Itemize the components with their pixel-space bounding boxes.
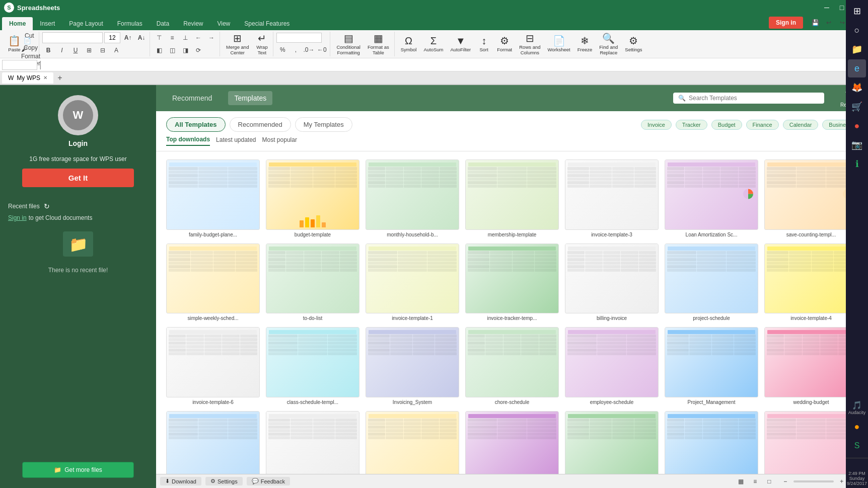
text-dir-button[interactable]: ⟳: [192, 45, 204, 56]
font-size-input[interactable]: [104, 32, 120, 43]
freeze-button[interactable]: ❄ Freeze: [574, 33, 596, 56]
template-item[interactable]: project-schedule: [665, 243, 758, 321]
cat-tracker[interactable]: Tracker: [676, 120, 707, 130]
template-item[interactable]: invoice-tracker-temp...: [465, 243, 559, 321]
win-store-icon[interactable]: 🛒: [848, 98, 866, 116]
cat-budget[interactable]: Budget: [711, 120, 742, 130]
tab-review[interactable]: Review: [176, 17, 210, 30]
underline-button[interactable]: U: [69, 45, 82, 56]
toolbar-icon-2[interactable]: ↩: [823, 17, 835, 28]
feedback-button[interactable]: 💬 Feedback: [247, 477, 290, 485]
search-input[interactable]: [689, 95, 819, 102]
win-circle-icon[interactable]: ●: [848, 117, 866, 135]
align-center-button[interactable]: ◫: [166, 45, 178, 56]
template-item[interactable]: billing-invoice: [565, 243, 659, 321]
win-search-icon[interactable]: ○: [848, 21, 866, 39]
align-right-button[interactable]: ◨: [179, 45, 191, 56]
merge-center-button[interactable]: ⊞ Merge andCenter: [223, 33, 252, 56]
font-increase-button[interactable]: A↑: [122, 32, 134, 43]
format-as-table-button[interactable]: ▦ Format asTable: [365, 33, 392, 56]
template-item[interactable]: template-row4-7: [764, 411, 858, 474]
sheet-tab-mywps[interactable]: W My WPS ✕: [2, 72, 53, 84]
indent-dec-button[interactable]: ←: [192, 32, 204, 43]
cat-invoice[interactable]: Invoice: [641, 120, 672, 130]
cat-finance[interactable]: Finance: [746, 120, 779, 130]
conditional-formatting-button[interactable]: ▤ ConditionalFormatting: [333, 33, 364, 56]
template-item[interactable]: class-schedule-templ...: [266, 327, 359, 405]
align-middle-button[interactable]: ≡: [166, 32, 178, 43]
template-item[interactable]: invoice-template-6: [166, 327, 260, 405]
dec-decrease-button[interactable]: ←0: [316, 44, 328, 55]
template-item[interactable]: Invoicing_System: [366, 327, 459, 405]
align-top-button[interactable]: ⊤: [153, 32, 165, 43]
format-button[interactable]: ⚙ Format: [494, 33, 515, 56]
signin-button[interactable]: Sign in: [769, 17, 803, 29]
dec-increase-button[interactable]: .0→: [303, 44, 315, 55]
tab-close-icon[interactable]: ✕: [43, 75, 47, 80]
win-info-icon[interactable]: ℹ: [848, 155, 866, 173]
template-item[interactable]: template-row4-4: [465, 411, 559, 474]
template-item[interactable]: wedding-budget: [764, 327, 858, 405]
template-item[interactable]: Loan Amortization Sc...: [665, 159, 758, 237]
align-left-button[interactable]: ◧: [153, 45, 165, 56]
template-item[interactable]: template-row4-3: [366, 411, 459, 474]
autosum-button[interactable]: Σ AutoSum: [420, 33, 446, 56]
template-item[interactable]: membership-template: [465, 159, 559, 237]
settings-status-button[interactable]: ⚙ Settings: [205, 477, 243, 485]
tab-formulas[interactable]: Formulas: [110, 17, 150, 30]
percent-button[interactable]: %: [276, 44, 288, 55]
comma-button[interactable]: ,: [290, 44, 302, 55]
view-list-button[interactable]: ≡: [749, 476, 761, 487]
template-item[interactable]: monthly-household-b...: [366, 159, 459, 237]
sign-in-link[interactable]: Sign in: [8, 214, 27, 221]
zoom-slider[interactable]: [793, 480, 834, 482]
tab-view[interactable]: View: [210, 17, 237, 30]
border-button[interactable]: ⊞: [83, 45, 95, 56]
wrap-text-button[interactable]: ↵ WrapText: [253, 33, 271, 56]
cell-ref-input[interactable]: [2, 60, 37, 70]
filter-recommended[interactable]: Recommended: [230, 117, 291, 132]
worksheet-button[interactable]: 📄 Worksheet: [545, 33, 573, 56]
tab-data[interactable]: Data: [150, 17, 176, 30]
template-item[interactable]: template-row4-6: [665, 411, 758, 474]
filter-all-templates[interactable]: All Templates: [166, 117, 226, 132]
zoom-out-button[interactable]: −: [779, 476, 791, 487]
indent-inc-button[interactable]: →: [205, 32, 218, 43]
toolbar-icon-1[interactable]: 💾: [809, 17, 821, 28]
template-item[interactable]: invoice-template-4: [764, 243, 858, 321]
add-sheet-button[interactable]: +: [54, 72, 65, 84]
template-item[interactable]: template-row4-2: [266, 411, 359, 474]
win-camera-icon[interactable]: 📷: [848, 136, 866, 154]
font-color-button[interactable]: A: [110, 45, 122, 56]
win-start-icon[interactable]: ⊞: [848, 2, 866, 20]
nav-templates[interactable]: Templates: [228, 91, 272, 105]
sort-button[interactable]: ↕ Sort: [475, 33, 493, 56]
number-format-input[interactable]: [276, 33, 322, 43]
template-item[interactable]: family-budget-plane...: [166, 159, 260, 237]
template-item[interactable]: to-do-list: [266, 243, 359, 321]
template-item[interactable]: Project_Management: [665, 327, 758, 405]
win-firefox-icon[interactable]: 🦊: [848, 78, 866, 97]
template-item[interactable]: template-row4-5: [565, 411, 659, 474]
template-item[interactable]: ★save-counting-templ...: [764, 159, 858, 237]
tab-insert[interactable]: Insert: [33, 17, 62, 30]
merge-button[interactable]: ⊟: [97, 45, 109, 56]
view-page-button[interactable]: □: [763, 476, 775, 487]
get-more-files-button[interactable]: 📁 Get more files: [22, 462, 134, 478]
sub-top-downloads[interactable]: Top downloads: [166, 136, 210, 146]
cat-calendar[interactable]: Calendar: [783, 120, 819, 130]
align-bottom-button[interactable]: ⊥: [179, 32, 191, 43]
tab-page-layout[interactable]: Page Layout: [62, 17, 110, 30]
win-orange-dot-icon[interactable]: ●: [848, 418, 866, 436]
nav-recommend[interactable]: Recommend: [166, 91, 218, 105]
win-wps-sheet-icon[interactable]: S: [848, 437, 866, 455]
bold-button[interactable]: B: [42, 45, 54, 56]
template-item[interactable]: template-row4-1: [166, 411, 260, 474]
win-edge-icon[interactable]: e: [848, 59, 866, 77]
tab-special-features[interactable]: Special Features: [237, 17, 297, 30]
font-decrease-button[interactable]: A↓: [135, 32, 148, 43]
symbol-button[interactable]: Ω Symbol: [398, 33, 420, 56]
rows-columns-button[interactable]: ⊟ Rows andColumns: [516, 33, 543, 56]
download-button[interactable]: ⬇ Download: [160, 477, 201, 485]
minimize-button[interactable]: ─: [820, 2, 834, 13]
